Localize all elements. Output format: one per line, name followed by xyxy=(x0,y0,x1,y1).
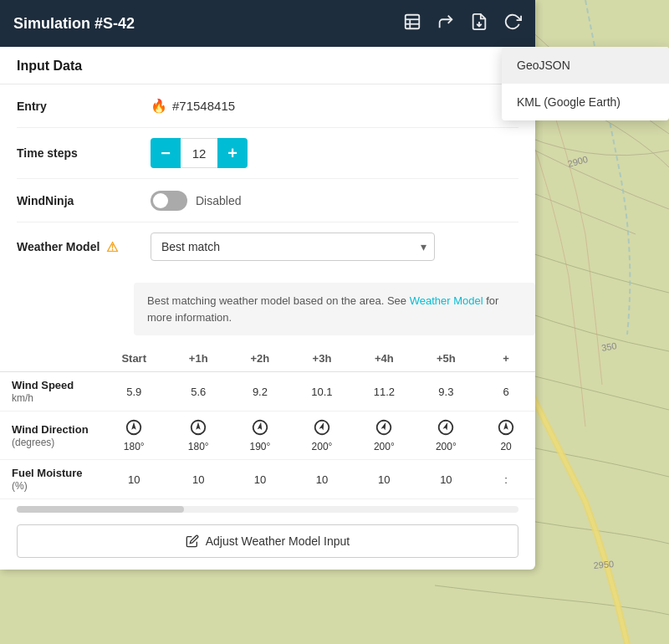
kml-option[interactable]: KML (Google Earth) xyxy=(502,84,669,120)
time-stepper: − 12 + xyxy=(151,138,248,168)
svg-marker-22 xyxy=(503,422,508,430)
geojson-option[interactable]: GeoJSON xyxy=(502,47,669,84)
table-row: Wind Direction(degrees) 180° xyxy=(0,411,535,460)
svg-rect-4 xyxy=(406,14,420,28)
svg-marker-14 xyxy=(258,422,263,430)
increment-button[interactable]: + xyxy=(217,138,248,168)
wd-start: 180° xyxy=(100,411,167,460)
col-1h: +1h xyxy=(167,345,229,372)
toggle-container: Disabled xyxy=(151,191,241,211)
entry-value: 🔥 #71548415 xyxy=(151,98,235,114)
weather-data-table: Start +1h +2h +3h +4h +5h + Wind Speedkm… xyxy=(0,345,535,499)
toggle-thumb xyxy=(153,193,168,208)
timesteps-value: 12 xyxy=(181,138,217,168)
decrement-button[interactable]: − xyxy=(151,138,181,168)
col-4h: +4h xyxy=(353,345,415,372)
export-icon[interactable] xyxy=(470,13,488,35)
col-5h: +5h xyxy=(416,345,477,372)
col-start: Start xyxy=(100,345,167,372)
wind-dir-label: Wind Direction(degrees) xyxy=(0,411,100,460)
ws-5h: 9.3 xyxy=(416,372,477,411)
col-3h: +3h xyxy=(291,345,353,372)
export-dropdown: GeoJSON KML (Google Earth) xyxy=(502,47,669,120)
ws-3h: 10.1 xyxy=(291,372,353,411)
fm-more: : xyxy=(477,460,535,499)
page-title: Simulation #S-42 xyxy=(13,15,135,33)
col-more: + xyxy=(477,345,535,372)
weather-model-label: Weather Model ⚠ xyxy=(17,239,151,255)
toggle-track[interactable] xyxy=(151,191,187,211)
wd-1h: 180° xyxy=(167,411,229,460)
ws-more: 6 xyxy=(477,372,535,411)
toggle-label: Disabled xyxy=(196,194,241,207)
entry-label: Entry xyxy=(17,100,151,113)
table-row: Wind Speedkm/h 5.9 5.6 9.2 10.1 11.2 9.3… xyxy=(0,372,535,411)
fm-5h: 10 xyxy=(416,460,477,499)
windninja-row: WindNinja Disabled xyxy=(17,179,518,222)
section-title: Input Data xyxy=(0,47,535,84)
ws-1h: 5.6 xyxy=(167,372,229,411)
header: Simulation #S-42 xyxy=(0,0,535,47)
scrollbar-thumb[interactable] xyxy=(17,506,184,513)
fm-4h: 10 xyxy=(353,460,415,499)
horizontal-scrollbar[interactable] xyxy=(17,506,518,513)
weather-model-select[interactable]: Best match xyxy=(151,233,435,261)
table-icon[interactable] xyxy=(403,13,421,35)
fm-start: 10 xyxy=(100,460,167,499)
wind-speed-label: Wind Speedkm/h xyxy=(0,372,100,411)
col-2h: +2h xyxy=(229,345,291,372)
table-row: Fuel Moisture(%) 10 10 10 10 10 10 : xyxy=(0,460,535,499)
fm-3h: 10 xyxy=(291,460,353,499)
ws-2h: 9.2 xyxy=(229,372,291,411)
ws-start: 5.9 xyxy=(100,372,167,411)
header-actions xyxy=(403,13,522,35)
ws-4h: 11.2 xyxy=(353,372,415,411)
svg-text:2950: 2950 xyxy=(593,559,614,570)
weather-model-control: Best match ▾ xyxy=(151,233,518,261)
weather-model-row: Weather Model ⚠ Best match ▾ xyxy=(17,222,518,271)
wd-2h: 190° xyxy=(229,411,291,460)
wd-3h: 200° xyxy=(291,411,353,460)
timesteps-label: Time steps xyxy=(17,146,151,160)
content: Entry 🔥 #71548415 Time steps − 12 + Wind… xyxy=(0,84,535,279)
windninja-toggle[interactable] xyxy=(151,191,187,211)
edit-icon xyxy=(186,534,199,548)
main-panel: Simulation #S-42 xyxy=(0,0,535,570)
svg-marker-10 xyxy=(131,422,136,430)
col-label xyxy=(0,345,100,372)
fm-1h: 10 xyxy=(167,460,229,499)
wd-5h: 200° xyxy=(416,411,477,460)
timesteps-row: Time steps − 12 + xyxy=(17,128,518,179)
refresh-icon[interactable] xyxy=(503,13,522,35)
entry-row: Entry 🔥 #71548415 xyxy=(17,84,518,128)
fuel-moisture-label: Fuel Moisture(%) xyxy=(0,460,100,499)
weather-model-info: Best matching weather model based on the… xyxy=(134,283,535,335)
weather-model-link[interactable]: Weather Model xyxy=(410,294,483,307)
fire-icon: 🔥 xyxy=(151,98,167,114)
svg-marker-18 xyxy=(381,422,388,430)
windninja-label: WindNinja xyxy=(17,194,151,207)
svg-marker-16 xyxy=(319,422,325,430)
wd-4h: 200° xyxy=(353,411,415,460)
windninja-control: Disabled xyxy=(151,191,518,211)
svg-marker-20 xyxy=(443,422,450,430)
entry-id: #71548415 xyxy=(172,99,235,113)
adjust-weather-button[interactable]: Adjust Weather Model Input xyxy=(17,524,518,558)
adjust-button-label: Adjust Weather Model Input xyxy=(206,534,350,548)
data-table-wrapper: Start +1h +2h +3h +4h +5h + Wind Speedkm… xyxy=(0,345,535,499)
timesteps-control: − 12 + xyxy=(151,138,518,168)
share-icon[interactable] xyxy=(437,13,455,35)
wd-more: 20 xyxy=(477,411,535,460)
svg-marker-12 xyxy=(196,422,201,430)
warning-icon: ⚠ xyxy=(106,239,118,255)
weather-model-select-wrapper: Best match ▾ xyxy=(151,233,435,261)
table-header-row: Start +1h +2h +3h +4h +5h + xyxy=(0,345,535,372)
fm-2h: 10 xyxy=(229,460,291,499)
entry-control: 🔥 #71548415 xyxy=(151,98,518,114)
